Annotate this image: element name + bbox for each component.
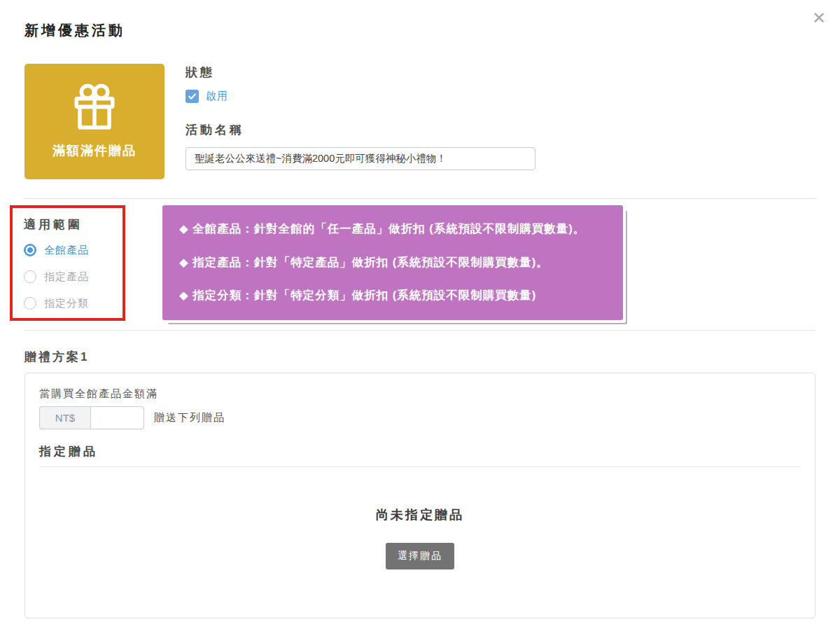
condition-label: 當購買全館產品金額滿 — [39, 387, 801, 401]
status-label: 狀態 — [186, 64, 816, 81]
checkmark-icon — [188, 92, 197, 101]
condition-suffix-label: 贈送下列贈品 — [154, 411, 225, 424]
radio-label[interactable]: 指定分類 — [44, 297, 89, 310]
select-gift-button[interactable]: 選擇贈品 — [386, 543, 454, 569]
info-line: ◆ 指定分類：針對「特定分類」做折扣 (系統預設不限制購買數量) — [179, 288, 609, 303]
gift-plan-title: 贈禮方案1 — [24, 349, 816, 365]
scope-highlight-box: 適用範圍 全館產品 指定產品 指定分類 — [10, 205, 125, 321]
top-section: 滿額滿件贈品 狀態 啟用 活動名稱 — [24, 64, 816, 179]
close-icon[interactable]: ✕ — [812, 10, 826, 27]
scope-info-box: ◆ 全館產品：針對全館的「任一產品」做折扣 (系統預設不限制購買數量)。 ◆ 指… — [162, 205, 623, 320]
info-line: ◆ 全館產品：針對全館的「任一產品」做折扣 (系統預設不限制購買數量)。 — [179, 221, 609, 236]
amount-input[interactable] — [90, 406, 144, 429]
page-title: 新增優惠活動 — [24, 0, 816, 40]
radio-icon[interactable] — [24, 297, 36, 310]
gift-plan-box: 當購買全館產品金額滿 NT$ 贈送下列贈品 指定贈品 尚未指定贈品 選擇贈品 — [24, 373, 816, 618]
amount-row: NT$ 贈送下列贈品 — [39, 406, 801, 429]
gift-icon — [67, 81, 122, 135]
specified-gifts-label: 指定贈品 — [39, 443, 801, 459]
no-gifts-text: 尚未指定贈品 — [376, 506, 464, 523]
section-divider — [24, 198, 816, 199]
radio-all-products[interactable]: 全館產品 — [24, 242, 117, 258]
radio-label[interactable]: 全館產品 — [44, 244, 89, 257]
activity-name-input[interactable] — [186, 147, 536, 170]
currency-prefix: NT$ — [39, 406, 90, 429]
section-divider — [24, 330, 816, 331]
activity-name-label: 活動名稱 — [186, 122, 816, 138]
radio-label[interactable]: 指定產品 — [44, 270, 89, 284]
radio-icon[interactable] — [24, 244, 36, 256]
enable-checkbox-label[interactable]: 啟用 — [206, 90, 228, 103]
radio-icon[interactable] — [24, 270, 36, 283]
enable-checkbox[interactable] — [186, 90, 199, 103]
radio-specified-categories[interactable]: 指定分類 — [24, 296, 117, 311]
add-promotion-modal: ✕ 新增優惠活動 滿額滿件贈品 狀態 啟用 — [0, 0, 840, 636]
scope-radio-group: 全館產品 指定產品 指定分類 — [24, 242, 117, 311]
scope-section: 適用範圍 全館產品 指定產品 指定分類 — [24, 205, 816, 321]
info-line: ◆ 指定產品：針對「特定產品」做折扣 (系統預設不限制購買數量)。 — [179, 255, 609, 270]
scope-label: 適用範圍 — [24, 216, 117, 233]
promo-type-label: 滿額滿件贈品 — [52, 142, 136, 159]
radio-specified-products[interactable]: 指定產品 — [24, 269, 117, 284]
promo-type-card: 滿額滿件贈品 — [24, 64, 164, 179]
